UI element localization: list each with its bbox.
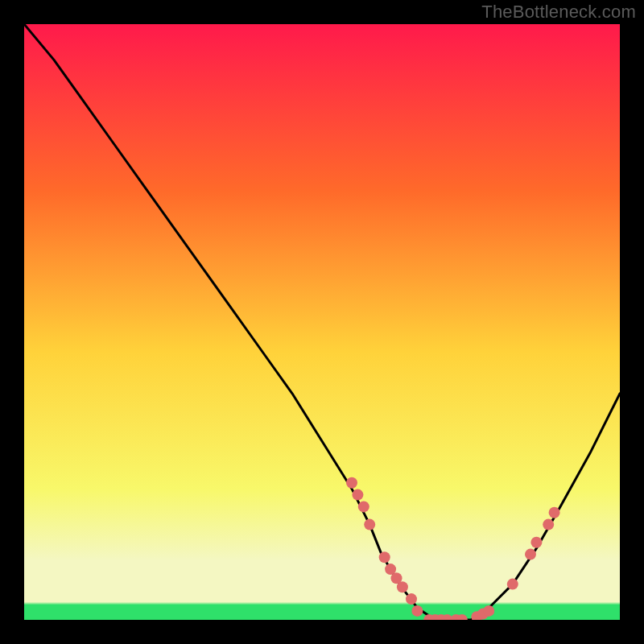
gradient-background <box>24 24 620 620</box>
curve-marker <box>483 605 494 617</box>
chart-frame: TheBottleneck.com <box>0 0 644 644</box>
curve-marker <box>346 477 357 489</box>
curve-marker <box>525 549 536 560</box>
curve-marker <box>358 501 369 512</box>
curve-marker <box>379 551 390 563</box>
curve-marker <box>530 537 542 548</box>
bottleneck-chart <box>24 24 620 620</box>
curve-marker <box>352 489 363 501</box>
watermark-text: TheBottleneck.com <box>481 2 636 23</box>
curve-marker <box>397 581 408 592</box>
curve-marker <box>364 519 375 530</box>
pale-band <box>24 561 620 574</box>
curve-marker <box>549 507 560 518</box>
curve-marker <box>507 579 518 590</box>
curve-marker <box>406 593 417 605</box>
curve-marker <box>411 605 423 617</box>
plot-area <box>24 24 620 620</box>
curve-marker <box>543 519 554 530</box>
